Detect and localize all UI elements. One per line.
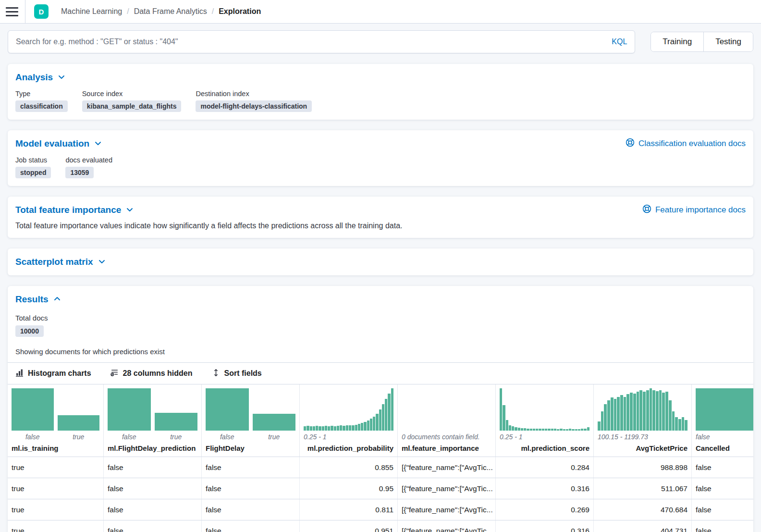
cell-AvgTicketPrice[interactable]: 988.898 xyxy=(594,457,692,478)
histogram-ml.prediction_probability xyxy=(304,387,393,431)
cell-ml.FlightDelay_prediction[interactable]: false xyxy=(104,457,202,478)
column-header-ml.prediction_probability[interactable]: 0.25 - 1ml.prediction_probability xyxy=(300,384,398,457)
total-feature-importance-title: Total feature importance xyxy=(15,205,121,215)
feature-importance-docs-link[interactable]: Feature importance docs xyxy=(642,204,746,216)
breadcrumb-machine-learning[interactable]: Machine Learning xyxy=(61,7,122,16)
cell-ml.feature_importance[interactable]: [{"feature_name":["AvgTic... xyxy=(398,520,496,532)
cell-ml.prediction_probability[interactable]: 0.95 xyxy=(300,478,398,499)
toolbar-label: Histogram charts xyxy=(28,369,91,378)
cell-ml.is_training[interactable]: true xyxy=(8,520,104,532)
field-label: Job status xyxy=(15,156,51,164)
deployment-badge[interactable]: D xyxy=(34,4,49,19)
results-section-toggle[interactable]: Results xyxy=(15,294,61,305)
column-header-ml.is_training[interactable]: falsetrueml.is_training xyxy=(8,384,104,457)
cell-Cancelled[interactable]: false xyxy=(692,457,753,478)
cell-FlightDelay[interactable]: false xyxy=(202,499,300,520)
cell-Cancelled[interactable]: false xyxy=(692,478,753,499)
scatterplot-matrix-title: Scatterplot matrix xyxy=(15,257,93,267)
column-name: AvgTicketPrice xyxy=(598,443,687,457)
chevron-down-icon xyxy=(58,72,65,83)
cell-AvgTicketPrice[interactable]: 511.067 xyxy=(594,478,692,499)
column-name: ml.FlightDelay_prediction xyxy=(108,443,197,457)
results-data-grid: falsetrueml.is_trainingfalsetrueml.Fligh… xyxy=(8,384,753,532)
cell-ml.FlightDelay_prediction[interactable]: false xyxy=(104,499,202,520)
cell-ml.prediction_score[interactable]: 0.284 xyxy=(496,457,594,478)
cell-ml.is_training[interactable]: true xyxy=(8,457,104,478)
sort-fields-icon xyxy=(212,369,220,379)
cell-FlightDelay[interactable]: false xyxy=(202,457,300,478)
cell-ml.feature_importance[interactable]: [{"feature_name":["AvgTic... xyxy=(398,499,496,520)
job-status-field: Job status stopped xyxy=(15,156,51,178)
breadcrumb-data-frame-analytics[interactable]: Data Frame Analytics xyxy=(134,7,207,16)
panel-analysis: Analysis Type classification Source inde… xyxy=(8,64,753,120)
table-row: truefalsefalse0.855[{"feature_name":["Av… xyxy=(8,457,753,478)
cell-ml.prediction_score[interactable]: 0.316 xyxy=(496,520,594,532)
top-navigation-bar: D Machine Learning / Data Frame Analytic… xyxy=(0,0,761,24)
cell-ml.is_training[interactable]: true xyxy=(8,478,104,499)
kql-button[interactable]: KQL xyxy=(612,37,627,46)
columns-hidden-icon xyxy=(110,369,119,379)
chevron-up-icon xyxy=(53,294,61,305)
table-row: truefalsefalse0.951[{"feature_name":["Av… xyxy=(8,520,753,532)
histogram-ml.feature_importance xyxy=(402,387,491,431)
cell-Cancelled[interactable]: false xyxy=(692,520,753,532)
chevron-down-icon xyxy=(94,138,102,149)
sort-fields-button[interactable]: Sort fields xyxy=(212,369,262,379)
search-box[interactable]: KQL xyxy=(8,30,635,53)
columns-hidden-button[interactable]: 28 columns hidden xyxy=(110,369,193,379)
column-header-Cancelled[interactable]: falseCancelled xyxy=(692,384,753,457)
cell-ml.prediction_score[interactable]: 0.316 xyxy=(496,478,594,499)
analysis-section-toggle[interactable]: Analysis xyxy=(15,72,65,83)
cell-FlightDelay[interactable]: false xyxy=(202,478,300,499)
histogram-FlightDelay xyxy=(206,387,295,431)
histogram-range-label: false xyxy=(696,433,753,443)
cell-AvgTicketPrice[interactable]: 404.731 xyxy=(594,520,692,532)
analysis-type-badge: classification xyxy=(15,100,68,112)
cell-ml.feature_importance[interactable]: [{"feature_name":["AvgTic... xyxy=(398,478,496,499)
model-evaluation-section-toggle[interactable]: Model evaluation xyxy=(15,138,102,149)
histogram-Cancelled xyxy=(696,387,753,431)
docs-evaluated-badge: 13059 xyxy=(65,167,94,178)
total-feature-importance-section-toggle[interactable]: Total feature importance xyxy=(15,204,134,216)
column-header-AvgTicketPrice[interactable]: 100.15 - 1199.73AvgTicketPrice xyxy=(594,384,692,457)
cell-AvgTicketPrice[interactable]: 470.684 xyxy=(594,499,692,520)
histogram-range-label: 0.25 - 1 xyxy=(304,433,393,443)
cell-ml.prediction_probability[interactable]: 0.951 xyxy=(300,520,398,532)
total-docs-label: Total docs xyxy=(15,314,746,322)
toolbar-label: Sort fields xyxy=(224,369,262,378)
cell-ml.prediction_probability[interactable]: 0.811 xyxy=(300,499,398,520)
field-label: Destination index xyxy=(196,90,312,98)
column-name: FlightDelay xyxy=(206,443,295,457)
cell-ml.FlightDelay_prediction[interactable]: false xyxy=(104,520,202,532)
panel-total-feature-importance: Total feature importance Feature importa… xyxy=(8,197,753,238)
testing-button[interactable]: Testing xyxy=(703,32,753,51)
panel-results: Results Total docs 10000 Showing documen… xyxy=(8,286,753,532)
grid-header: falsetrueml.is_trainingfalsetrueml.Fligh… xyxy=(8,384,753,457)
column-name: ml.prediction_score xyxy=(500,443,589,457)
column-header-FlightDelay[interactable]: falsetrueFlightDelay xyxy=(202,384,300,457)
training-testing-toggle: Training Testing xyxy=(651,32,753,52)
cell-FlightDelay[interactable]: false xyxy=(202,520,300,532)
histogram-ml.prediction_score xyxy=(500,387,589,431)
histogram-icon xyxy=(15,369,24,379)
cell-ml.prediction_probability[interactable]: 0.855 xyxy=(300,457,398,478)
menu-icon[interactable] xyxy=(6,7,18,16)
destination-index-field: Destination index model-flight-delays-cl… xyxy=(196,90,312,112)
breadcrumb-separator: / xyxy=(207,7,219,16)
column-header-ml.prediction_score[interactable]: 0.25 - 1ml.prediction_score xyxy=(496,384,594,457)
column-name: ml.feature_importance xyxy=(402,443,491,457)
cell-ml.is_training[interactable]: true xyxy=(8,499,104,520)
cell-ml.FlightDelay_prediction[interactable]: false xyxy=(104,478,202,499)
docs-link-label: Feature importance docs xyxy=(655,205,746,215)
histogram-charts-button[interactable]: Histogram charts xyxy=(15,369,91,379)
column-header-ml.feature_importance[interactable]: 0 documents contain field.ml.feature_imp… xyxy=(398,384,496,457)
scatterplot-matrix-section-toggle[interactable]: Scatterplot matrix xyxy=(15,256,106,268)
cell-ml.feature_importance[interactable]: [{"feature_name":["AvgTic... xyxy=(398,457,496,478)
search-input[interactable] xyxy=(16,37,612,46)
breadcrumb: Machine Learning / Data Frame Analytics … xyxy=(61,7,261,16)
column-header-ml.FlightDelay_prediction[interactable]: falsetrueml.FlightDelay_prediction xyxy=(104,384,202,457)
cell-ml.prediction_score[interactable]: 0.269 xyxy=(496,499,594,520)
cell-Cancelled[interactable]: false xyxy=(692,499,753,520)
classification-evaluation-docs-link[interactable]: Classification evaluation docs xyxy=(626,138,746,149)
training-button[interactable]: Training xyxy=(651,32,703,51)
